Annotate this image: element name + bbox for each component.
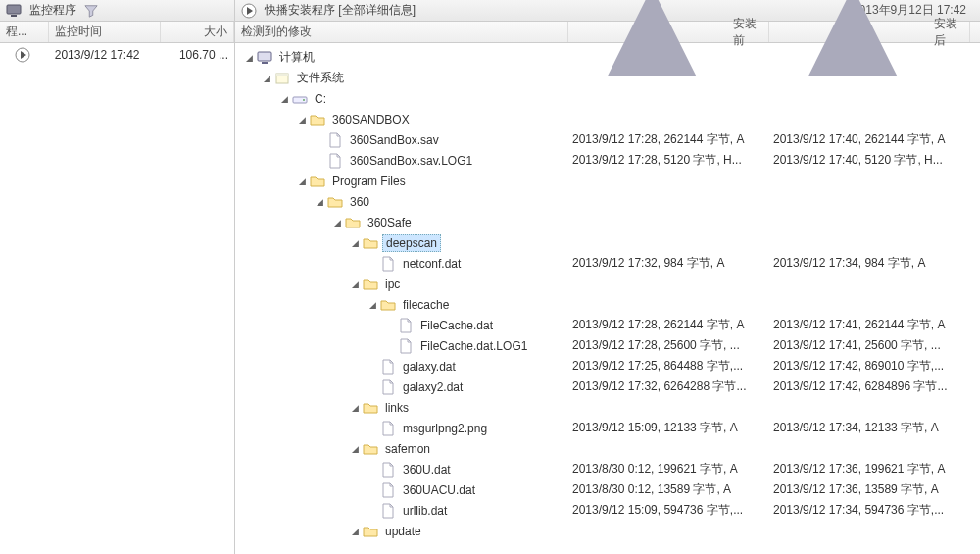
expander-icon[interactable]: ◢ <box>278 93 290 105</box>
folder-icon <box>380 297 396 313</box>
expander-icon[interactable]: ◢ <box>349 526 361 537</box>
node-label: FileCache.dat.LOG1 <box>417 338 530 354</box>
expander-icon[interactable]: ◢ <box>243 52 255 64</box>
after-icon <box>775 0 930 110</box>
col-monitor-time[interactable]: 监控时间 <box>49 22 162 42</box>
node-label: 360SANDBOX <box>329 112 413 127</box>
node-label: 360SandBox.sav <box>347 132 442 148</box>
monitor-icon <box>6 3 22 19</box>
before-value: 2013/9/12 17:28, 262144 字节, A <box>568 131 769 148</box>
before-value: 2013/9/12 15:09, 12133 字节, A <box>568 420 769 436</box>
tree-file[interactable]: ·360SandBox.sav2013/9/12 17:28, 262144 字… <box>235 129 980 150</box>
before-value: 2013/9/12 17:28, 262144 字节, A <box>568 317 769 333</box>
after-value: 2013/9/12 17:36, 199621 字节, A <box>769 461 970 478</box>
file-icon <box>398 318 414 333</box>
svg-rect-7 <box>276 74 288 76</box>
play-icon <box>241 3 257 19</box>
folder-icon <box>327 194 343 210</box>
expander-icon[interactable]: ◢ <box>314 196 325 208</box>
node-label: filecache <box>400 297 452 313</box>
node-label: urllib.dat <box>400 503 450 519</box>
tree-file[interactable]: ·360U.dat2013/8/30 0:12, 199621 字节, A201… <box>235 459 980 479</box>
svg-rect-4 <box>258 52 271 61</box>
node-label: update <box>382 524 424 539</box>
svg-rect-0 <box>7 5 21 14</box>
after-value: 2013/9/12 17:40, 5120 字节, H... <box>769 152 970 169</box>
file-icon <box>380 379 396 395</box>
node-label: links <box>382 400 412 416</box>
folder-icon <box>363 277 378 292</box>
filter-icon[interactable] <box>84 4 98 18</box>
tree-folder[interactable]: ◢filecache <box>235 294 980 315</box>
tree-file[interactable]: ·galaxy.dat2013/9/12 17:25, 864488 字节,..… <box>235 356 980 377</box>
file-icon <box>398 338 414 354</box>
expander-icon[interactable]: ◢ <box>261 73 272 84</box>
tree-folder[interactable]: ◢360 <box>235 191 980 212</box>
expander-icon[interactable]: ◢ <box>349 278 361 290</box>
node-label: galaxy2.dat <box>400 379 466 395</box>
tree-folder[interactable]: ◢360Safe <box>235 212 980 232</box>
folder-icon <box>310 174 325 189</box>
folder-icon <box>363 524 378 539</box>
tree-folder[interactable]: ◢links <box>235 397 980 418</box>
expander-icon[interactable]: ◢ <box>367 299 378 311</box>
after-value: 2013/9/12 17:40, 262144 字节, A <box>769 131 970 148</box>
col-program[interactable]: 程... <box>0 22 49 42</box>
monitor-row[interactable]: 2013/9/12 17:42 106.70 ... <box>0 43 234 67</box>
node-label: FileCache.dat <box>417 318 496 333</box>
tree-file[interactable]: ·netconf.dat2013/9/12 17:32, 984 字节, A20… <box>235 253 980 274</box>
file-icon <box>380 503 396 519</box>
node-label: 360SandBox.sav.LOG1 <box>347 153 475 169</box>
before-value: 2013/9/12 17:28, 5120 字节, H... <box>568 152 769 169</box>
node-label: msgurlpng2.png <box>400 421 490 436</box>
node-label: 360 <box>347 194 372 210</box>
tree-file[interactable]: ·360SandBox.sav.LOG12013/9/12 17:28, 512… <box>235 150 980 171</box>
folder-icon <box>310 112 325 127</box>
node-label: galaxy.dat <box>400 359 459 375</box>
tree-file[interactable]: ·360UACU.dat2013/8/30 0:12, 13589 字节, A2… <box>235 479 980 500</box>
col-after[interactable]: 安装后 <box>769 22 970 42</box>
folder-icon <box>363 235 378 251</box>
tree-file[interactable]: ·FileCache.dat2013/9/12 17:28, 262144 字节… <box>235 315 980 335</box>
col-size[interactable]: 大小 <box>161 22 234 42</box>
before-value: 2013/9/12 17:32, 984 字节, A <box>568 255 769 272</box>
tree-folder[interactable]: ◢update <box>235 521 980 541</box>
tree-file[interactable]: ·msgurlpng2.png2013/9/12 15:09, 12133 字节… <box>235 418 980 438</box>
detail-panel-title: 快播安装程序 [全部详细信息] <box>265 2 416 19</box>
tree-folder[interactable]: ◢ipc <box>235 274 980 294</box>
after-value: 2013/9/12 17:34, 984 字节, A <box>769 255 970 272</box>
tree-file[interactable]: ·galaxy2.dat2013/9/12 17:32, 6264288 字节.… <box>235 377 980 397</box>
before-value: 2013/9/12 17:28, 25600 字节, ... <box>568 337 769 354</box>
before-value: 2013/9/12 15:09, 594736 字节,... <box>568 502 769 519</box>
tree-file[interactable]: ·urllib.dat2013/9/12 15:09, 594736 字节,..… <box>235 500 980 521</box>
monitor-row-size: 106.70 ... <box>161 48 234 62</box>
before-value: 2013/8/30 0:12, 13589 字节, A <box>568 481 769 498</box>
tree-folder[interactable]: ◢safemon <box>235 438 980 459</box>
file-tree[interactable]: ◢计算机◢文件系统◢C:◢360SANDBOX·360SandBox.sav20… <box>235 43 980 545</box>
detail-panel: 快播安装程序 [全部详细信息] 2013年9月12日 17:42 检测到的修改 … <box>235 0 980 554</box>
after-value: 2013/9/12 17:34, 12133 字节, A <box>769 420 970 436</box>
expander-icon[interactable]: ◢ <box>349 402 361 414</box>
file-icon <box>380 462 396 478</box>
tree-file[interactable]: ·FileCache.dat.LOG12013/9/12 17:28, 2560… <box>235 335 980 356</box>
node-label: C: <box>312 91 329 107</box>
before-icon <box>574 0 729 110</box>
tree-folder[interactable]: ◢deepscan <box>235 232 980 253</box>
expander-icon[interactable]: ◢ <box>349 237 361 249</box>
node-label: Program Files <box>329 174 409 189</box>
col-changes[interactable]: 检测到的修改 <box>235 22 568 42</box>
expander-icon[interactable]: ◢ <box>296 114 308 126</box>
expander-icon[interactable]: ◢ <box>349 443 361 455</box>
node-label: 计算机 <box>276 48 318 67</box>
node-label: 360U.dat <box>400 462 454 478</box>
before-value: 2013/8/30 0:12, 199621 字节, A <box>568 461 769 478</box>
node-label: deepscan <box>382 234 441 252</box>
computer-icon <box>257 50 272 66</box>
tree-folder[interactable]: ◢360SANDBOX <box>235 109 980 129</box>
expander-icon[interactable]: ◢ <box>331 217 343 228</box>
col-before[interactable]: 安装前 <box>568 22 769 42</box>
after-value: 2013/9/12 17:41, 262144 字节, A <box>769 317 970 333</box>
svg-rect-5 <box>262 62 268 64</box>
tree-folder[interactable]: ◢Program Files <box>235 171 980 191</box>
expander-icon[interactable]: ◢ <box>296 176 308 187</box>
